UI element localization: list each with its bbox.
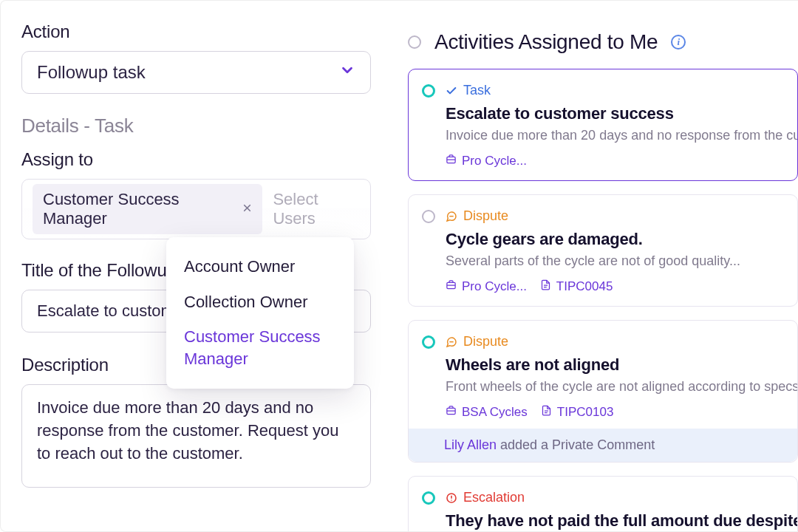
- assignee-dropdown[interactable]: Account OwnerCollection OwnerCustomer Su…: [166, 237, 354, 389]
- assignee-option[interactable]: Customer Success Manager: [166, 319, 354, 376]
- activity-card[interactable]: TaskEscalate to customer successInvoice …: [408, 69, 798, 181]
- action-select-value: Followup task: [37, 62, 146, 83]
- action-field-label: Action: [21, 21, 371, 42]
- card-description: Front wheels of the cycle are not aligne…: [446, 379, 797, 395]
- card-description: Several parts of the cycle are not of go…: [446, 253, 797, 269]
- card-type-row: Dispute: [446, 334, 797, 349]
- card-meta-row: BSA CyclesTIPC0103: [446, 405, 797, 420]
- card-radio[interactable]: [422, 335, 435, 349]
- card-type-row: Escalation: [446, 490, 797, 505]
- card-type-row: Task: [446, 83, 797, 98]
- card-radio[interactable]: [422, 210, 435, 223]
- assignee-chip-label: Customer Success Manager: [43, 190, 235, 228]
- activity-card[interactable]: DisputeWheels are not alignedFront wheel…: [408, 320, 798, 463]
- assignee-option[interactable]: Account Owner: [166, 249, 354, 284]
- followup-title-value: Escalate to customer success: [37, 301, 170, 321]
- card-org[interactable]: BSA Cycles: [446, 405, 528, 420]
- activities-panel: Activities Assigned to Me i TaskEscalate…: [392, 0, 798, 532]
- activity-card[interactable]: EscalationThey have not paid the full am…: [408, 476, 798, 532]
- card-type-label: Dispute: [463, 334, 508, 349]
- briefcase-icon: [446, 154, 457, 168]
- details-section-heading: Details - Task: [21, 115, 371, 137]
- activities-header: Activities Assigned to Me i: [408, 30, 798, 54]
- fade-overlay: [392, 1, 409, 531]
- assign-placeholder: Select Users: [273, 190, 360, 228]
- assignee-chip[interactable]: Customer Success Manager: [33, 184, 262, 234]
- assign-field-label: Assign to: [21, 149, 371, 170]
- document-icon: [541, 405, 552, 420]
- description-textarea[interactable]: Invoice due more than 20 days and no res…: [21, 384, 371, 488]
- dispute-icon: [446, 336, 457, 348]
- card-title: They have not paid the full amount due d…: [446, 511, 797, 531]
- assignee-option[interactable]: Collection Owner: [166, 284, 354, 320]
- assign-to-input[interactable]: Customer Success Manager Select Users: [21, 179, 371, 239]
- dispute-icon: [446, 211, 457, 222]
- chevron-down-icon: [339, 62, 355, 83]
- card-reference[interactable]: TIPC0103: [541, 405, 614, 420]
- description-value: Invoice due more than 20 days and no res…: [37, 398, 338, 463]
- comment-text: added a Private Comment: [497, 437, 655, 452]
- activity-card[interactable]: DisputeCycle gears are damaged.Several p…: [408, 194, 798, 307]
- task-form-panel: Action Followup task Details - Task Assi…: [0, 0, 392, 532]
- comment-user: Lily Allen: [444, 437, 497, 452]
- card-description: Invoice due more than 20 days and no res…: [446, 128, 797, 143]
- comment-strip: Lily Allen added a Private Comment: [409, 429, 797, 462]
- card-type-row: Dispute: [446, 208, 797, 224]
- document-icon: [540, 279, 551, 294]
- card-type-label: Dispute: [463, 208, 508, 224]
- info-icon[interactable]: i: [671, 35, 686, 50]
- header-radio[interactable]: [408, 35, 421, 49]
- card-title: Escalate to customer success: [446, 104, 797, 123]
- card-radio[interactable]: [422, 84, 435, 98]
- action-select[interactable]: Followup task: [21, 51, 371, 94]
- card-title: Wheels are not aligned: [446, 355, 797, 375]
- card-org[interactable]: Pro Cycle...: [446, 154, 527, 168]
- briefcase-icon: [446, 405, 457, 420]
- card-type-label: Task: [463, 83, 491, 98]
- card-meta-row: Pro Cycle...TIPC0045: [446, 279, 797, 294]
- card-meta-row: Pro Cycle...: [446, 154, 797, 168]
- card-type-label: Escalation: [463, 490, 525, 505]
- card-reference[interactable]: TIPC0045: [540, 279, 613, 294]
- card-title: Cycle gears are damaged.: [446, 230, 797, 249]
- escalation-icon: [446, 492, 457, 504]
- task-icon: [446, 85, 457, 97]
- svg-point-16: [451, 499, 451, 500]
- remove-chip-icon[interactable]: [242, 202, 252, 216]
- card-org[interactable]: Pro Cycle...: [446, 279, 527, 294]
- card-radio[interactable]: [422, 491, 435, 505]
- activities-heading: Activities Assigned to Me: [434, 30, 658, 54]
- briefcase-icon: [446, 279, 457, 294]
